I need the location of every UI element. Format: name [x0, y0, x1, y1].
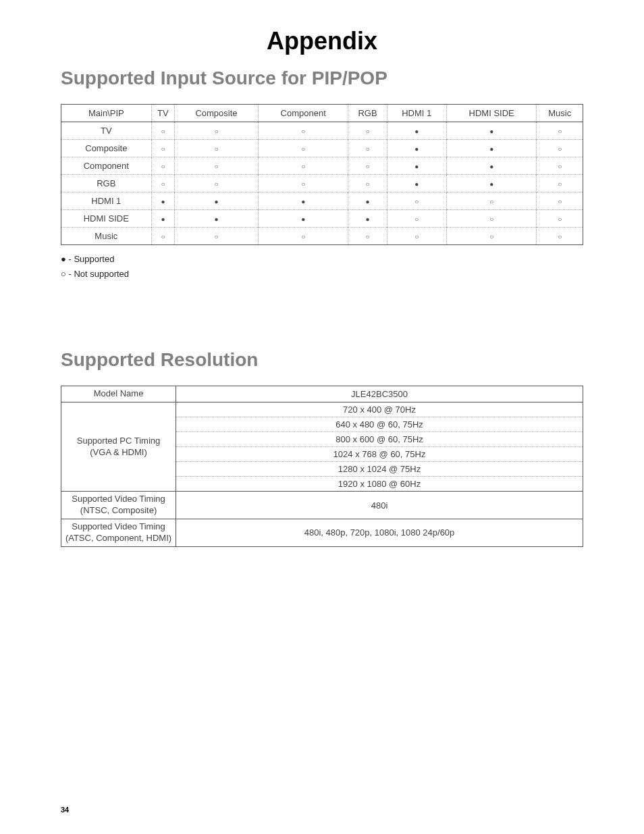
pip-header-row: Main\PIP TV Composite Component RGB HDMI… [61, 105, 583, 122]
support-cell: ● [446, 175, 537, 192]
pip-header-composite: Composite [175, 105, 259, 122]
support-cell: ● [387, 175, 446, 192]
support-cell: ○ [175, 228, 259, 245]
filled-circle-icon: ● [414, 128, 419, 135]
row-label: Component [61, 157, 152, 175]
resolution-value: 1920 x 1080 @ 60Hz [176, 477, 583, 492]
empty-circle-icon: ○ [214, 163, 218, 170]
support-cell: ● [446, 157, 537, 175]
support-cell: ○ [348, 122, 387, 140]
empty-circle-icon: ○ [214, 128, 218, 135]
support-cell: ● [348, 192, 387, 210]
support-cell: ○ [151, 122, 175, 140]
support-cell: ● [151, 210, 175, 228]
empty-circle-icon: ○ [489, 215, 493, 223]
pip-table: Main\PIP TV Composite Component RGB HDMI… [61, 104, 583, 245]
resolution-value: 1280 x 1024 @ 75Hz [176, 462, 583, 477]
row-label: HDMI SIDE [61, 210, 152, 228]
support-cell: ● [387, 157, 446, 175]
support-cell: ● [387, 122, 446, 140]
support-cell: ○ [537, 157, 583, 175]
table-row: HDMI SIDE●●●●○○○ [61, 210, 583, 228]
filled-circle-icon: ● [414, 163, 419, 170]
pip-header-component: Component [258, 105, 348, 122]
resolution-value: 480i [176, 492, 583, 519]
empty-circle-icon: ○ [161, 163, 165, 170]
empty-circle-icon: ○ [366, 180, 370, 188]
filled-circle-icon: ● [489, 163, 493, 170]
support-cell: ○ [258, 140, 348, 157]
support-cell: ● [387, 140, 446, 157]
support-cell: ○ [151, 140, 175, 157]
empty-circle-icon: ○ [558, 145, 562, 153]
table-row: Music○○○○○○○ [61, 228, 583, 245]
empty-circle-icon: ○ [366, 145, 370, 153]
table-row: RGB○○○○●●○ [61, 175, 583, 192]
support-cell: ○ [258, 122, 348, 140]
group-label: Supported Video Timing(NTSC, Composite) [61, 492, 176, 519]
section-heading-pip: Supported Input Source for PIP/POP [61, 68, 583, 89]
table-row: Supported Video Timing(ATSC, Component, … [61, 519, 583, 546]
support-cell: ○ [387, 228, 446, 245]
support-cell: ● [151, 192, 175, 210]
empty-circle-icon: ○ [366, 128, 370, 135]
empty-circle-icon: ○ [301, 145, 305, 153]
support-cell: ○ [348, 228, 387, 245]
table-row: Component○○○○●●○ [61, 157, 583, 175]
filled-circle-icon: ● [301, 215, 305, 223]
empty-circle-icon: ○ [558, 180, 562, 188]
support-cell: ○ [537, 140, 583, 157]
row-label: TV [61, 122, 152, 140]
support-cell: ○ [348, 157, 387, 175]
resolution-table: Model Name JLE42BC3500 Supported PC Timi… [61, 386, 583, 547]
pip-header-rgb: RGB [348, 105, 387, 122]
empty-circle-icon: ○ [558, 215, 562, 223]
resolution-value: 480i, 480p, 720p, 1080i, 1080 24p/60p [176, 519, 583, 546]
support-cell: ○ [348, 140, 387, 157]
resolution-value: 720 x 400 @ 70Hz [176, 402, 583, 417]
filled-circle-icon: ● [414, 145, 419, 153]
support-cell: ○ [175, 140, 259, 157]
filled-circle-icon: ● [214, 215, 218, 223]
pip-header-hdmiside: HDMI SIDE [446, 105, 537, 122]
empty-circle-icon: ○ [489, 233, 493, 240]
filled-circle-icon: ● [161, 215, 165, 223]
table-row: HDMI 1●●●●○○○ [61, 192, 583, 210]
group-label: Supported Video Timing(ATSC, Component, … [61, 519, 176, 546]
support-cell: ○ [348, 175, 387, 192]
filled-circle-icon: ● [489, 145, 493, 153]
res-header-row: Model Name JLE42BC3500 [61, 386, 583, 402]
empty-circle-icon: ○ [214, 180, 218, 188]
empty-circle-icon: ○ [214, 233, 218, 240]
support-cell: ○ [537, 122, 583, 140]
support-cell: ○ [387, 192, 446, 210]
support-cell: ● [175, 192, 259, 210]
pip-header-hdmi1: HDMI 1 [387, 105, 446, 122]
empty-circle-icon: ○ [366, 233, 370, 240]
support-cell: ○ [446, 210, 537, 228]
resolution-value: 800 x 600 @ 60, 75Hz [176, 432, 583, 447]
empty-circle-icon: ○ [161, 233, 165, 240]
pip-header-music: Music [537, 105, 583, 122]
empty-circle-icon: ○ [558, 198, 562, 205]
filled-circle-icon: ● [489, 128, 493, 135]
support-cell: ○ [175, 157, 259, 175]
table-row: Supported PC Timing(VGA & HDMI)720 x 400… [61, 402, 583, 417]
support-cell: ○ [151, 228, 175, 245]
page-title: Appendix [61, 27, 583, 55]
row-label: Music [61, 228, 152, 245]
empty-circle-icon: ○ [301, 233, 305, 240]
support-cell: ● [348, 210, 387, 228]
empty-circle-icon: ○ [414, 215, 419, 223]
empty-circle-icon: ○ [161, 128, 165, 135]
filled-circle-icon: ● [161, 198, 165, 205]
support-cell: ○ [537, 175, 583, 192]
support-cell: ○ [258, 228, 348, 245]
resolution-value: 1024 x 768 @ 60, 75Hz [176, 447, 583, 462]
empty-circle-icon: ○ [301, 180, 305, 188]
empty-circle-icon: ○ [161, 145, 165, 153]
empty-circle-icon: ○ [161, 180, 165, 188]
page-number: 34 [61, 806, 69, 814]
support-cell: ● [258, 192, 348, 210]
legend-supported: ● - Supported [61, 252, 583, 267]
